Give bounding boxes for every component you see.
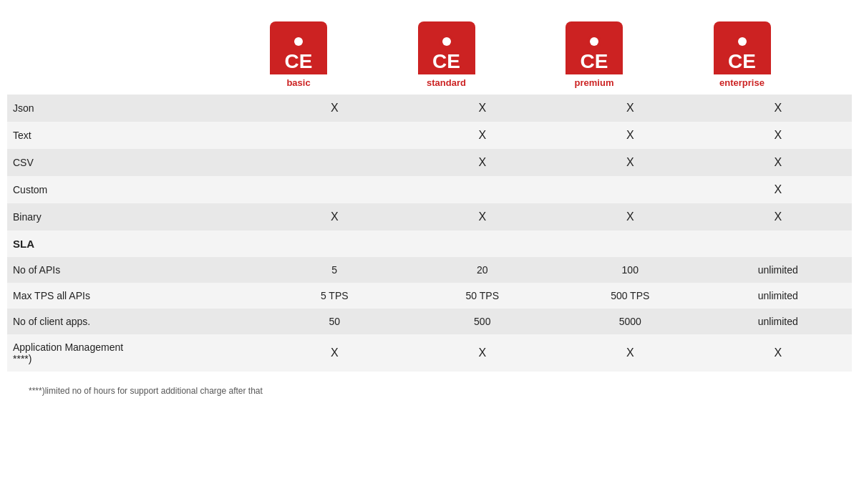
table-row: No of client apps.505005000unlimited [7, 309, 852, 334]
tag-ce-basic: CE [285, 50, 313, 74]
table-row: Max TPS all APIs5 TPS50 TPS500 TPSunlimi… [7, 283, 852, 309]
cell-premium: X [556, 149, 704, 176]
cell-basic [261, 149, 409, 176]
cell-standard: 50 TPS [409, 283, 557, 309]
feature-label: Json [7, 94, 261, 122]
feature-label: Application Management****) [7, 334, 261, 372]
cell-premium [556, 176, 704, 203]
cell-enterprise: X [704, 203, 853, 231]
cell-enterprise: unlimited [704, 283, 853, 309]
tag-label-standard: standard [419, 74, 474, 90]
comparison-table: CE basic [7, 14, 852, 372]
feature-label: Max TPS all APIs [7, 283, 261, 309]
tag-ce-premium: CE [581, 50, 608, 74]
tag-hole-basic [291, 34, 306, 49]
feature-header [7, 14, 261, 94]
tag-basic: CE basic [266, 21, 331, 92]
table-row: BinaryXXXX [7, 203, 852, 231]
cell-premium: X [556, 94, 704, 122]
cell-premium: 100 [556, 257, 704, 283]
tier-standard-header: CE standard [409, 14, 557, 94]
cell-premium: X [556, 203, 704, 231]
tag-top-standard [418, 21, 475, 50]
cell-standard: X [409, 203, 557, 231]
table-row: Application Management****)XXXX [7, 334, 852, 372]
tag-standard: CE standard [414, 21, 479, 92]
cell-premium: X [556, 122, 704, 149]
tag-top-enterprise [714, 21, 771, 50]
cell-enterprise: X [704, 94, 853, 122]
tag-label-premium: premium [567, 74, 621, 90]
tag-ce-standard: CE [432, 50, 460, 74]
table-body: JsonXXXXTextXXXCSVXXXCustomXBinaryXXXXSL… [7, 94, 852, 372]
cell-standard: 500 [409, 309, 557, 334]
tag-hole-standard [440, 34, 454, 49]
cell-basic: 50 [261, 309, 409, 334]
cell-enterprise: unlimited [704, 257, 853, 283]
feature-label: Text [7, 122, 261, 149]
cell-enterprise: X [704, 122, 853, 149]
tag-top-premium [566, 21, 623, 50]
tag-ce-enterprise: CE [728, 50, 756, 74]
tag-hole-enterprise [735, 34, 749, 49]
feature-label: CSV [7, 149, 261, 176]
feature-label: No of APIs [7, 257, 261, 283]
tier-premium-header: CE premium [556, 14, 704, 94]
cell-premium: 5000 [556, 309, 704, 334]
tag-hole-premium [587, 34, 601, 49]
cell-enterprise: X [704, 149, 853, 176]
footnote: ****)limited no of hours for support add… [7, 386, 852, 396]
cell-standard: X [409, 149, 557, 176]
table-row: CustomX [7, 176, 852, 203]
tier-basic-header: CE basic [261, 14, 409, 94]
cell-standard: X [409, 334, 557, 372]
table-row: JsonXXXX [7, 94, 852, 122]
tag-premium: CE premium [562, 21, 626, 92]
feature-label: Custom [7, 176, 261, 203]
table-row: No of APIs520100unlimited [7, 257, 852, 283]
table-row: CSVXXX [7, 149, 852, 176]
tag-top-basic [270, 21, 327, 50]
header-row: CE basic [7, 14, 852, 94]
cell-enterprise: X [704, 334, 853, 372]
cell-basic: 5 [261, 257, 409, 283]
cell-basic: X [261, 203, 409, 231]
cell-basic [261, 176, 409, 203]
cell-standard: X [409, 122, 557, 149]
cell-enterprise: X [704, 176, 853, 203]
cell-standard [409, 176, 557, 203]
cell-standard: X [409, 94, 557, 122]
cell-basic: X [261, 334, 409, 372]
tag-enterprise: CE enterprise [710, 21, 775, 92]
cell-premium: X [556, 334, 704, 372]
cell-basic [261, 122, 409, 149]
table-row: SLA [7, 231, 852, 257]
tag-label-basic: basic [271, 74, 326, 90]
tier-enterprise-header: CE enterprise [704, 14, 853, 94]
cell-standard: 20 [409, 257, 557, 283]
cell-basic: X [261, 94, 409, 122]
page-wrapper: CE basic [7, 14, 852, 396]
cell-enterprise: unlimited [704, 309, 853, 334]
cell-premium: 500 TPS [556, 283, 704, 309]
table-row: TextXXX [7, 122, 852, 149]
tag-label-enterprise: enterprise [715, 74, 770, 90]
cell-basic: 5 TPS [261, 283, 409, 309]
feature-label: No of client apps. [7, 309, 261, 334]
sla-label: SLA [7, 231, 852, 257]
feature-label: Binary [7, 203, 261, 231]
